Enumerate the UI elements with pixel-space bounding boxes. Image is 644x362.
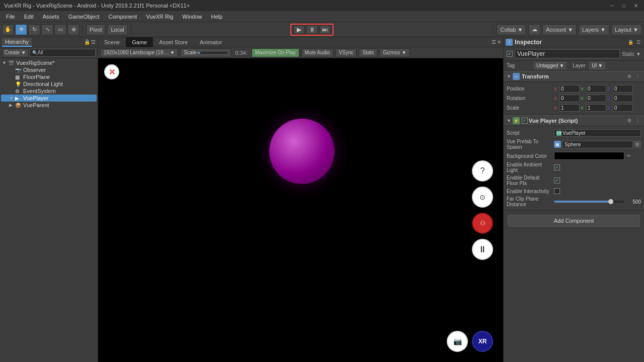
avatar-button[interactable]: ⚇	[472, 213, 493, 234]
tree-vueplayer[interactable]: ▼ ▶ VuePlayer	[1, 95, 97, 102]
minimize-button[interactable]: ─	[608, 2, 616, 10]
interactivity-checkbox[interactable]	[554, 188, 560, 194]
static-label[interactable]: Static ▼	[622, 51, 641, 57]
menu-component[interactable]: Component	[104, 13, 141, 21]
local-toggle[interactable]: Local	[107, 24, 127, 35]
rect-tool[interactable]: ▭	[54, 24, 66, 35]
hierarchy-lock-icon[interactable]: 🔒	[84, 39, 90, 45]
scale-control[interactable]: Scale	[180, 48, 231, 57]
vue-prefab-input[interactable]	[562, 141, 633, 148]
prefab-icon: ▦	[554, 141, 561, 148]
tag-dropdown[interactable]: Untagged ▼	[534, 62, 567, 69]
rotate-tool[interactable]: ↻	[28, 24, 40, 35]
pause-overlay-button[interactable]: ⏸	[472, 239, 493, 260]
script-enabled-checkbox[interactable]: ✓	[522, 118, 528, 124]
script-ref-field[interactable]: C# VuePlayer	[554, 129, 641, 137]
recenter-button[interactable]: ⊙	[472, 187, 493, 208]
move-tool[interactable]: ✥	[15, 24, 27, 35]
bg-color-swatch[interactable]	[554, 152, 624, 160]
scene-tab[interactable]: Scene	[98, 37, 126, 47]
tree-eventsystem[interactable]: ⚙ EventSystem	[1, 87, 97, 95]
pause-button[interactable]: ⏸	[306, 25, 317, 34]
position-y-input[interactable]	[586, 85, 606, 93]
hierarchy-search[interactable]: 🔍 All	[30, 49, 96, 57]
inspector-lock-icon[interactable]: 🔒	[627, 39, 634, 46]
rotation-z-input[interactable]	[613, 95, 633, 102]
observer-icon: 📷	[15, 67, 22, 73]
hierarchy-menu-icon[interactable]: ☰	[91, 39, 96, 45]
maximize-button[interactable]: □	[620, 2, 628, 10]
vue-prefab-pick-button[interactable]: ⊙	[634, 141, 641, 148]
scale-tool[interactable]: ⤡	[41, 24, 53, 35]
play-button[interactable]: ▶	[293, 25, 304, 34]
position-z-input[interactable]	[613, 85, 633, 93]
tree-floorplane[interactable]: ▦ FloorPlane	[1, 73, 97, 80]
inspector-menu-icon[interactable]: ☰	[635, 39, 642, 46]
tree-vueparent[interactable]: ▶ 📦 VueParent	[1, 102, 97, 109]
hierarchy-tab[interactable]: Hierarchy	[2, 38, 32, 47]
rotation-y-input[interactable]	[586, 95, 606, 102]
account-button[interactable]: Account ▼	[542, 24, 577, 35]
far-clip-slider-thumb[interactable]	[608, 199, 613, 204]
pivot-toggle[interactable]: Pivot	[86, 24, 105, 35]
close-button[interactable]: ✕	[632, 2, 640, 10]
pos-y-label: Y	[581, 86, 586, 92]
menu-assets[interactable]: Assets	[39, 13, 63, 21]
bg-color-edit-icon[interactable]: ✏	[625, 152, 632, 159]
menu-edit[interactable]: Edit	[20, 13, 38, 21]
directional-light-label: Directional Light	[23, 81, 63, 87]
tree-directional-light[interactable]: 💡 Directional Light	[1, 80, 97, 87]
vsync-button[interactable]: VSync	[336, 48, 357, 57]
object-enabled-checkbox[interactable]: ✓	[507, 51, 513, 57]
default-floor-checkbox[interactable]: ✓	[554, 177, 560, 184]
transform-settings-icon[interactable]: ⚙	[626, 73, 633, 80]
rotation-x-input[interactable]	[559, 95, 580, 102]
menu-help[interactable]: Help	[207, 13, 226, 21]
object-name-field[interactable]	[515, 49, 620, 58]
layer-dropdown[interactable]: UI ▼	[589, 62, 605, 69]
scale-y-input[interactable]	[586, 104, 606, 112]
maximize-on-play-button[interactable]: Maximize On Play	[252, 48, 299, 57]
ambient-light-checkbox[interactable]: ✓	[554, 164, 560, 170]
script-settings-icon[interactable]: ⚙	[626, 117, 633, 124]
help-button[interactable]: ?	[472, 160, 493, 182]
resolution-selector[interactable]: 1920x1080 Landscape (19:... ▼	[100, 48, 178, 57]
scale-z-input[interactable]	[613, 104, 633, 112]
scale-x-input[interactable]	[559, 104, 580, 112]
mute-audio-button[interactable]: Mute Audio	[301, 48, 334, 57]
cloud-button[interactable]: ☁	[528, 24, 540, 35]
layout-button[interactable]: Layout ▼	[611, 24, 642, 35]
separator-1	[83, 25, 83, 35]
hand-tool[interactable]: ✋	[2, 24, 14, 35]
animator-tab[interactable]: Animator	[194, 37, 228, 47]
menu-file[interactable]: File	[2, 13, 19, 21]
tree-observer[interactable]: 📷 Observer	[1, 66, 97, 73]
script-overflow-icon[interactable]: ⋮	[634, 117, 641, 124]
menu-window[interactable]: Window	[178, 13, 206, 21]
step-button[interactable]: ⏭	[319, 25, 331, 34]
xr-button[interactable]: XR	[472, 331, 493, 352]
collab-button[interactable]: Collab ▼	[497, 24, 526, 35]
vue-player-script-header[interactable]: ▼ ⚡ ✓ Vue Player (Script) ⚙ ⋮	[504, 115, 644, 126]
game-view-close-icon[interactable]: ✕	[497, 39, 501, 45]
camera-capture-button[interactable]: 📷	[447, 331, 468, 352]
game-tab[interactable]: Game	[126, 37, 153, 47]
gizmos-button[interactable]: Gizmos ▼	[379, 48, 410, 57]
all-tool[interactable]: ⊕	[67, 24, 79, 35]
scale-slider[interactable]	[197, 52, 227, 54]
menu-vuexr-rig[interactable]: VueXR Rig	[142, 13, 177, 21]
stats-button[interactable]: Stats	[359, 48, 377, 57]
position-x-input[interactable]	[559, 85, 580, 93]
view-tabs: Scene Game Asset Store Animator ☰ ✕	[98, 37, 503, 47]
viewport-close-button[interactable]: ✕	[104, 64, 119, 79]
asset-store-tab[interactable]: Asset Store	[153, 37, 194, 47]
add-component-button[interactable]: Add Component	[508, 215, 640, 227]
menu-gameobject[interactable]: GameObject	[64, 13, 104, 21]
hierarchy-create-button[interactable]: Create ▼	[2, 48, 29, 57]
transform-overflow-icon[interactable]: ⋮	[634, 73, 641, 80]
tree-scene-root[interactable]: ▼ 🎬 VuexRigScene*	[1, 59, 97, 66]
layers-button[interactable]: Layers ▼	[579, 24, 609, 35]
far-clip-slider[interactable]	[554, 201, 624, 203]
transform-component-header[interactable]: ▼ ↔ Transform ⚙ ⋮	[504, 71, 644, 82]
game-view-menu-icon[interactable]: ☰	[492, 39, 496, 45]
